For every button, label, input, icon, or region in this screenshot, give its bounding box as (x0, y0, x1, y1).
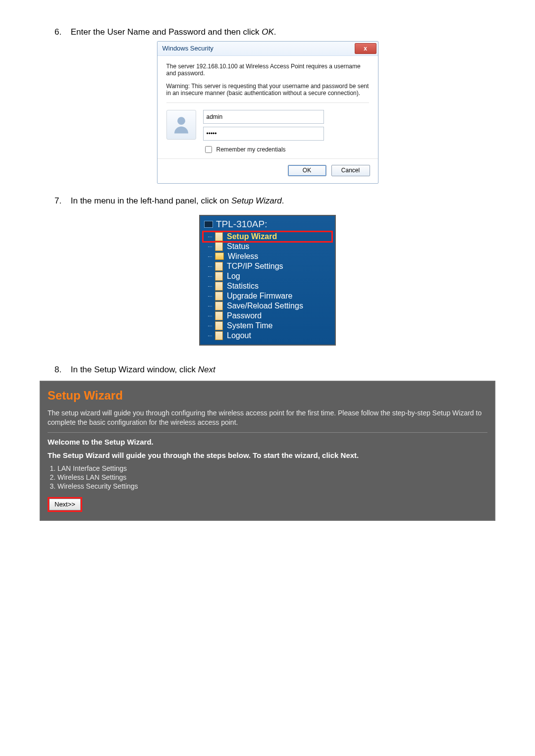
wizard-description: The setup wizard will guide you through … (48, 408, 487, 427)
device-icon (204, 221, 213, 228)
file-icon (215, 331, 223, 340)
next-button[interactable]: Next>> (49, 499, 81, 510)
tree-item-label: Password (227, 311, 262, 320)
password-input[interactable] (203, 127, 324, 141)
dialog-title: Windows Security (162, 45, 214, 52)
setup-wizard-panel: Setup Wizard The setup wizard will guide… (40, 381, 495, 521)
instruction-step: 8. In the Setup Wizard window, click Nex… (54, 364, 495, 376)
nav-tree: TPL-310AP: Setup WizardStatusWirelessTCP… (199, 215, 336, 346)
tree-item[interactable]: Statistics (203, 281, 332, 291)
remember-label: Remember my credentials (216, 146, 286, 153)
wizard-step: LAN Interface Settings (57, 464, 487, 472)
tree-item[interactable]: Upgrade Firmware (203, 291, 332, 301)
file-icon (215, 292, 223, 301)
wizard-heading: Setup Wizard (48, 389, 487, 403)
file-icon (215, 321, 223, 330)
file-icon (215, 311, 223, 320)
tree-item[interactable]: Setup Wizard (203, 232, 332, 242)
tree-item[interactable]: Logout (203, 331, 332, 341)
tree-item[interactable]: Status (203, 242, 332, 252)
instruction-step: 7. In the menu in the left-hand panel, c… (54, 196, 495, 207)
tree-item-label: Save/Reload Settings (227, 302, 303, 310)
tree-item-label: Wireless (228, 252, 258, 261)
tree-item-label: TCP/IP Settings (227, 262, 283, 271)
wizard-welcome: Welcome to the Setup Wizard. (48, 438, 487, 446)
user-avatar-icon (166, 110, 196, 140)
tree-item[interactable]: Password (203, 311, 332, 321)
wizard-step: Wireless Security Settings (57, 482, 487, 490)
folder-icon (215, 252, 224, 260)
dialog-titlebar: Windows Security x (158, 42, 378, 56)
file-icon (215, 262, 223, 271)
tree-item[interactable]: Save/Reload Settings (203, 301, 332, 311)
tree-item[interactable]: Log (203, 271, 332, 281)
tree-root: TPL-310AP: (203, 218, 332, 232)
close-button[interactable]: x (355, 43, 376, 54)
file-icon (215, 232, 223, 241)
svg-point-0 (177, 117, 185, 125)
cancel-button[interactable]: Cancel (331, 165, 370, 176)
close-icon: x (364, 45, 367, 52)
tree-item-label: Setup Wizard (227, 232, 277, 241)
wizard-guide: The Setup Wizard will guide you through … (48, 451, 487, 459)
file-icon (215, 302, 223, 310)
tree-item[interactable]: Wireless (203, 252, 332, 261)
tree-item[interactable]: System Time (203, 321, 332, 331)
file-icon (215, 282, 223, 291)
tree-item-label: Status (227, 242, 249, 251)
windows-security-dialog: Windows Security x The server 192.168.10… (157, 41, 378, 184)
file-icon (215, 272, 223, 281)
tree-item[interactable]: TCP/IP Settings (203, 261, 332, 271)
tree-item-label: Upgrade Firmware (227, 292, 292, 301)
tree-item-label: Log (227, 272, 240, 281)
file-icon (215, 242, 223, 251)
username-input[interactable] (203, 110, 324, 124)
ok-button[interactable]: OK (288, 165, 326, 176)
tree-item-label: System Time (227, 321, 272, 330)
tree-item-label: Statistics (227, 282, 259, 291)
dialog-message-2: Warning: This server is requesting that … (166, 83, 369, 97)
tree-item-label: Logout (227, 331, 251, 340)
remember-checkbox[interactable] (205, 146, 212, 153)
wizard-step: Wireless LAN Settings (57, 473, 487, 481)
dialog-message-1: The server 192.168.10.100 at Wireless Ac… (166, 63, 369, 77)
instruction-step: 6. Enter the User Name and Password and … (54, 27, 495, 38)
